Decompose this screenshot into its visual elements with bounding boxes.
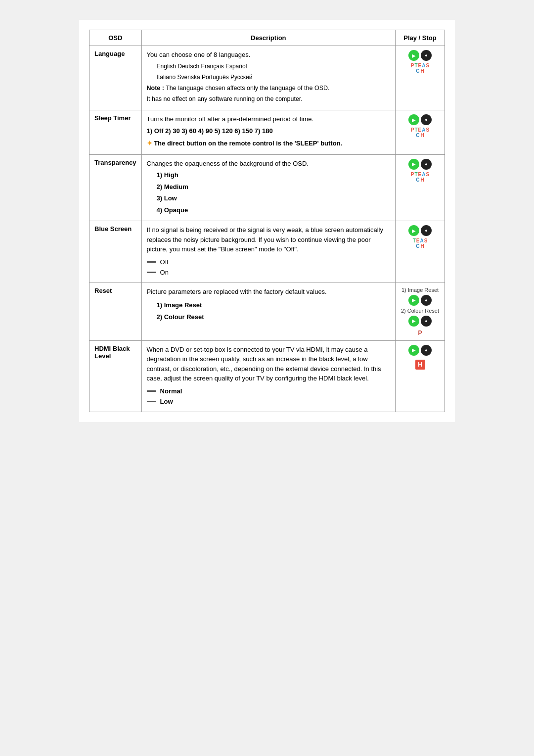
- ps-language: ▶ ● PTEAS CH: [396, 46, 445, 110]
- dash-normal-icon: [147, 390, 156, 392]
- osd-label-reset: Reset: [89, 283, 142, 340]
- stop-icon: ●: [421, 295, 432, 306]
- osd-label-blue-screen: Blue Screen: [89, 221, 142, 283]
- reset-label-2: 2) Colour Reset: [401, 308, 439, 314]
- main-table: OSD Description Play / Stop Language You…: [89, 30, 445, 412]
- desc-blue-screen: If no signal is being received or the si…: [141, 221, 395, 283]
- desc-hdmi: When a DVD or set-top box is connected t…: [141, 340, 395, 412]
- osd-label-language: Language: [89, 46, 142, 110]
- stop-icon-2: ●: [421, 316, 432, 327]
- table-row: Language You can choose one of 8 languag…: [89, 46, 445, 110]
- page: OSD Description Play / Stop Language You…: [79, 20, 455, 422]
- play-icon: ▶: [408, 295, 419, 306]
- header-osd: OSD: [89, 30, 142, 46]
- desc-transparency: Changes the opaqueness of the background…: [141, 154, 395, 221]
- ps-hdmi: ▶ ● H: [396, 340, 445, 412]
- ps-sleep-timer: ▶ ● PTEAS CH: [396, 110, 445, 155]
- dash-off-icon: [147, 261, 156, 263]
- play-icon: ▶: [408, 345, 419, 356]
- play-icon: ▶: [408, 225, 419, 236]
- stop-icon: ●: [421, 159, 432, 170]
- play-icon-2: ▶: [408, 316, 419, 327]
- table-row: Sleep Timer Turns the monitor off after …: [89, 110, 445, 155]
- header-description: Description: [141, 30, 395, 46]
- play-icon: ▶: [408, 114, 419, 125]
- ps-reset: 1) Image Reset ▶ ● 2) Colour Reset ▶ ● P: [396, 283, 445, 340]
- desc-sleep-timer: Turns the monitor off after a pre-determ…: [141, 110, 395, 155]
- play-icon: ▶: [408, 50, 419, 61]
- ps-transparency: ▶ ● PTEAS CH: [396, 154, 445, 221]
- dash-on-icon: [147, 272, 156, 273]
- table-row: Reset Picture parameters are replaced wi…: [89, 283, 445, 340]
- reset-label-1: 1) Image Reset: [401, 287, 439, 293]
- table-row: Blue Screen If no signal is being receiv…: [89, 221, 445, 283]
- desc-language: You can choose one of 8 languages. Engli…: [141, 46, 395, 110]
- desc-reset: Picture parameters are replaced with the…: [141, 283, 395, 340]
- dash-low-icon: [147, 401, 156, 402]
- stop-icon: ●: [421, 50, 432, 61]
- stop-icon: ●: [421, 225, 432, 236]
- play-icon: ▶: [408, 159, 419, 170]
- table-row: HDMI BlackLevel When a DVD or set-top bo…: [89, 340, 445, 412]
- hdmi-badge: H: [415, 360, 425, 370]
- osd-label-transparency: Transparency: [89, 154, 142, 221]
- osd-label-hdmi: HDMI BlackLevel: [89, 340, 142, 412]
- header-playstop: Play / Stop: [396, 30, 445, 46]
- stop-icon: ●: [421, 114, 432, 125]
- ps-blue-screen: ▶ ● TEAS CH: [396, 221, 445, 283]
- osd-label-sleep-timer: Sleep Timer: [89, 110, 142, 155]
- table-row: Transparency Changes the opaqueness of t…: [89, 154, 445, 221]
- stop-icon: ●: [421, 345, 432, 356]
